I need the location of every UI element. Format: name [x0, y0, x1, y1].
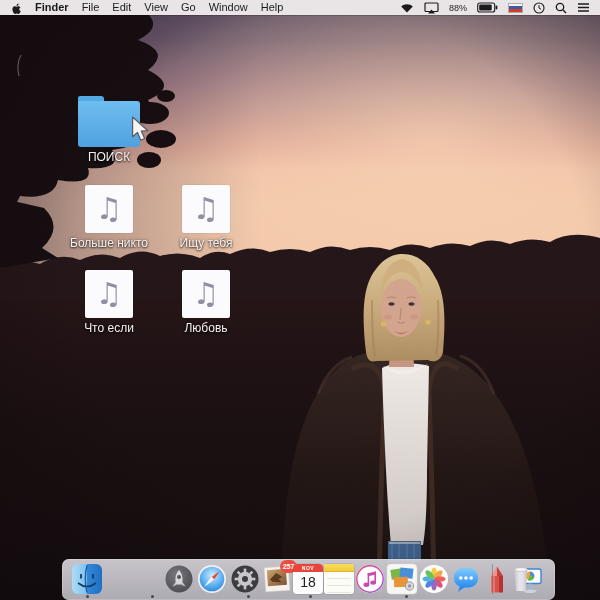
notification-list-icon[interactable]: [577, 2, 590, 13]
music-note-file-icon: ♫: [182, 185, 230, 233]
spotlight-search-icon[interactable]: [555, 2, 567, 14]
menu-edit[interactable]: Edit: [112, 0, 131, 15]
trash-icon: [506, 564, 536, 594]
safari-compass-icon: [197, 564, 227, 594]
menu-app-name[interactable]: Finder: [35, 0, 69, 15]
desktop-screen: Finder File Edit View Go Window Help 88%: [0, 0, 600, 600]
dock-item-notes[interactable]: [324, 564, 354, 594]
finder-icon: [72, 564, 102, 594]
mouse-cursor: [130, 116, 152, 146]
russian-flag-icon[interactable]: [508, 3, 523, 13]
dock-item-calendar[interactable]: NOV 18: [293, 564, 323, 594]
calendar-day: 18: [293, 572, 323, 592]
desktop-file-lyubov[interactable]: ♫ Любовь: [144, 270, 268, 335]
running-indicator-finder: [86, 595, 89, 598]
menu-go[interactable]: Go: [181, 0, 196, 15]
dock-item-safari[interactable]: [197, 564, 227, 594]
file-label: Больше никто: [70, 236, 148, 250]
calendar-icon: NOV 18: [293, 564, 323, 594]
photos-pinwheel-icon: [419, 564, 449, 594]
dock-item-photos[interactable]: [419, 564, 449, 594]
battery-icon[interactable]: [477, 2, 498, 13]
file-label: Что если: [84, 321, 134, 335]
gear-icon: [230, 564, 260, 594]
dock: 257 NOV 18: [62, 559, 555, 600]
menu-bar: Finder File Edit View Go Window Help 88%: [0, 0, 600, 15]
menu-window[interactable]: Window: [209, 0, 248, 15]
folder-label: ПОИСК: [88, 150, 130, 164]
running-indicator-music: [309, 595, 312, 598]
menu-view[interactable]: View: [144, 0, 168, 15]
wifi-icon[interactable]: [400, 2, 414, 13]
music-note-file-icon: ♫: [85, 270, 133, 318]
dock-divider: [492, 564, 493, 594]
clock-icon[interactable]: [533, 2, 545, 14]
messages-bubble-icon: [451, 564, 481, 594]
dock-item-mail[interactable]: 257: [262, 564, 292, 594]
dock-item-system-preferences[interactable]: [230, 564, 260, 594]
dock-item-launchpad[interactable]: [164, 564, 194, 594]
photo-stack-icon: [387, 564, 417, 594]
apple-menu-icon[interactable]: [11, 1, 22, 14]
desktop-folder-poisk[interactable]: ПОИСК: [47, 96, 171, 164]
running-indicator-messages: [405, 595, 408, 598]
music-note-file-icon: ♫: [182, 270, 230, 318]
itunes-music-icon: [355, 564, 385, 594]
menu-file[interactable]: File: [82, 0, 100, 15]
file-label: Любовь: [184, 321, 227, 335]
desktop-file-ischu-tebya[interactable]: ♫ Ищу тебя: [144, 185, 268, 250]
dock-item-trash[interactable]: [506, 564, 536, 594]
battery-percent[interactable]: 88%: [449, 3, 467, 13]
launchpad-rocket-icon: [164, 564, 194, 594]
menu-help[interactable]: Help: [261, 0, 284, 15]
dock-item-messages[interactable]: [451, 564, 481, 594]
file-label: Ищу тебя: [180, 236, 233, 250]
music-note-file-icon: ♫: [85, 185, 133, 233]
running-indicator-safari: [151, 595, 154, 598]
airplay-display-icon[interactable]: [424, 2, 439, 14]
running-indicator-calendar: [247, 595, 250, 598]
dock-item-finder[interactable]: [72, 564, 102, 594]
calendar-month: NOV: [293, 564, 323, 572]
dock-item-photos-stack[interactable]: [387, 564, 417, 594]
notes-icon: [324, 564, 354, 594]
dock-item-music[interactable]: [355, 564, 385, 594]
